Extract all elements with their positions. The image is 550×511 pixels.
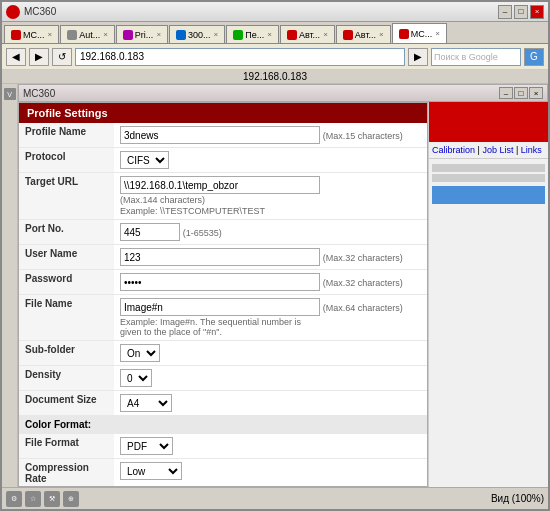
window-buttons: – □ × bbox=[499, 87, 543, 99]
filename-input[interactable] bbox=[120, 298, 320, 316]
right-links: Calibration | Job List | Links bbox=[429, 142, 548, 159]
color-format-section-label: Color Format: bbox=[19, 416, 427, 434]
nav-bar: ◀ ▶ ↺ 192.168.0.183 ▶ Поиск в Google G bbox=[2, 44, 548, 70]
protocol-label: Protocol bbox=[19, 148, 114, 173]
back-button[interactable]: ◀ bbox=[6, 48, 26, 66]
browser-body: V MC360 – □ × Profile Settings bbox=[2, 84, 548, 487]
tab-6[interactable]: Авт... × bbox=[336, 25, 391, 43]
file-format-row: File Format PDF TIFF JPEG bbox=[19, 434, 427, 459]
win-close[interactable]: × bbox=[529, 87, 543, 99]
target-url-input[interactable] bbox=[120, 176, 320, 194]
address-text: 192.168.0.183 bbox=[80, 51, 144, 62]
gray-bar-2 bbox=[432, 174, 545, 182]
tab-0[interactable]: MC... × bbox=[4, 25, 59, 43]
subfolder-label: Sub-folder bbox=[19, 341, 114, 366]
tab-2-label: Pri... bbox=[135, 30, 154, 40]
target-url-row: Target URL (Max.144 characters) Example:… bbox=[19, 173, 427, 220]
filename-hint1: (Max.64 characters) bbox=[323, 303, 403, 313]
tab-2[interactable]: Pri... × bbox=[116, 25, 168, 43]
tab-5-label: Авт... bbox=[299, 30, 320, 40]
tab-5[interactable]: Авт... × bbox=[280, 25, 335, 43]
subfolder-value-cell: On Off bbox=[114, 341, 427, 366]
main-area: MC360 – □ × Profile Settings Profi bbox=[18, 84, 548, 487]
tab-4-close[interactable]: × bbox=[267, 30, 272, 39]
refresh-button[interactable]: ↺ bbox=[52, 48, 72, 66]
status-icon-3[interactable]: ⚒ bbox=[44, 491, 60, 507]
docsize-select[interactable]: A4 A3 Letter bbox=[120, 394, 172, 412]
tab-7-icon bbox=[399, 29, 409, 39]
win-minimize[interactable]: – bbox=[499, 87, 513, 99]
tab-3[interactable]: 300... × bbox=[169, 25, 225, 43]
tab-5-close[interactable]: × bbox=[323, 30, 328, 39]
search-box[interactable]: Поиск в Google bbox=[431, 48, 521, 66]
port-value-cell: (1-65535) bbox=[114, 220, 427, 245]
search-button[interactable]: G bbox=[524, 48, 544, 66]
password-input[interactable] bbox=[120, 273, 320, 291]
file-format-label: File Format bbox=[19, 434, 114, 459]
status-icon-2[interactable]: ☆ bbox=[25, 491, 41, 507]
profile-name-row: Profile Name (Max.15 characters) bbox=[19, 123, 427, 148]
win-restore[interactable]: □ bbox=[514, 87, 528, 99]
profile-name-input[interactable] bbox=[120, 126, 320, 144]
target-url-hint1: (Max.144 characters) bbox=[120, 195, 421, 205]
tab-4-label: Пе... bbox=[245, 30, 264, 40]
tab-3-close[interactable]: × bbox=[214, 30, 219, 39]
tab-0-label: MC... bbox=[23, 30, 45, 40]
address-bar[interactable]: 192.168.0.183 bbox=[75, 48, 405, 66]
section-title: Profile Settings bbox=[27, 107, 108, 119]
ip-bar: 192.168.0.183 bbox=[2, 70, 548, 84]
compression-value-cell: Low Medium High bbox=[114, 459, 427, 488]
username-row: User Name (Max.32 characters) bbox=[19, 245, 427, 270]
tab-0-close[interactable]: × bbox=[48, 30, 53, 39]
browser-frame: MC360 – □ × MC... × Aut... × Pri... × 30… bbox=[0, 0, 550, 511]
status-icon-4[interactable]: ⊕ bbox=[63, 491, 79, 507]
status-icon-1[interactable]: ⚙ bbox=[6, 491, 22, 507]
calibration-link[interactable]: Calibration bbox=[432, 145, 475, 155]
docsize-row: Document Size A4 A3 Letter bbox=[19, 391, 427, 416]
gray-bar-1 bbox=[432, 164, 545, 172]
minimize-button[interactable]: – bbox=[498, 5, 512, 19]
job-list-link[interactable]: Job List bbox=[482, 145, 513, 155]
density-label: Density bbox=[19, 366, 114, 391]
ip-text: 192.168.0.183 bbox=[243, 71, 307, 82]
tab-7[interactable]: MC... × bbox=[392, 23, 447, 43]
form-table: Profile Name (Max.15 characters) Protoco… bbox=[19, 123, 427, 487]
section-header: Profile Settings bbox=[19, 103, 427, 123]
password-row: Password (Max.32 characters) bbox=[19, 270, 427, 295]
tab-1[interactable]: Aut... × bbox=[60, 25, 115, 43]
password-hint: (Max.32 characters) bbox=[323, 278, 403, 288]
file-format-select[interactable]: PDF TIFF JPEG bbox=[120, 437, 173, 455]
links-link[interactable]: Links bbox=[521, 145, 542, 155]
tab-4[interactable]: Пе... × bbox=[226, 25, 279, 43]
tab-2-close[interactable]: × bbox=[156, 30, 161, 39]
window-title: MC360 bbox=[23, 88, 55, 99]
window-title-bar: MC360 – □ × bbox=[18, 84, 548, 102]
compression-label: Compression Rate bbox=[19, 459, 114, 488]
density-select[interactable]: 0 1 2 bbox=[120, 369, 152, 387]
title-bar-buttons: – □ × bbox=[498, 5, 544, 19]
sidebar-icon-1[interactable]: V bbox=[4, 88, 16, 100]
maximize-button[interactable]: □ bbox=[514, 5, 528, 19]
tab-3-icon bbox=[176, 30, 186, 40]
title-bar-text: MC360 bbox=[24, 6, 498, 17]
tab-6-close[interactable]: × bbox=[379, 30, 384, 39]
compression-select[interactable]: Low Medium High bbox=[120, 462, 182, 480]
tab-6-label: Авт... bbox=[355, 30, 376, 40]
status-icons: ⚙ ☆ ⚒ ⊕ bbox=[6, 491, 79, 507]
sidebar-strip: V bbox=[2, 84, 18, 487]
go-button[interactable]: ▶ bbox=[408, 48, 428, 66]
tab-7-close[interactable]: × bbox=[435, 29, 440, 38]
subfolder-select[interactable]: On Off bbox=[120, 344, 160, 362]
port-input[interactable] bbox=[120, 223, 180, 241]
tab-1-close[interactable]: × bbox=[103, 30, 108, 39]
tab-2-icon bbox=[123, 30, 133, 40]
right-panel: Calibration | Job List | Links bbox=[428, 102, 548, 487]
username-input[interactable] bbox=[120, 248, 320, 266]
close-button[interactable]: × bbox=[530, 5, 544, 19]
profile-name-label: Profile Name bbox=[19, 123, 114, 148]
browser-logo bbox=[6, 5, 20, 19]
forward-button[interactable]: ▶ bbox=[29, 48, 49, 66]
protocol-select[interactable]: CIFS FTP bbox=[120, 151, 169, 169]
color-format-section-row: Color Format: bbox=[19, 416, 427, 434]
username-label: User Name bbox=[19, 245, 114, 270]
